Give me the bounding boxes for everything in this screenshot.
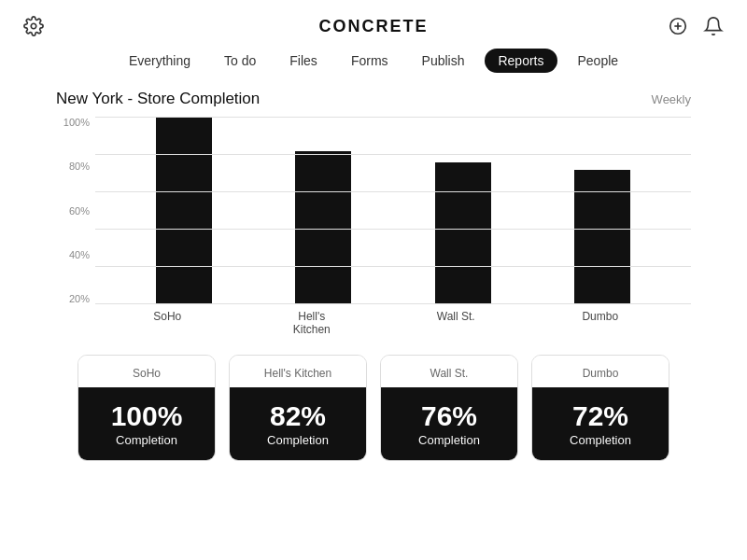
header-left: [22, 15, 45, 37]
app-title: CONCRETE: [318, 17, 428, 36]
nav-item-forms[interactable]: Forms: [338, 49, 402, 73]
grid-line: [95, 117, 691, 118]
cards-row: SoHo100%CompletionHell's Kitchen82%Compl…: [56, 355, 691, 461]
card-label: Completion: [86, 433, 207, 447]
notification-icon[interactable]: [702, 15, 725, 37]
y-axis-label: 80%: [56, 161, 90, 172]
card-stats: 76%Completion: [381, 387, 517, 460]
card-percentage: 76%: [388, 400, 510, 431]
x-axis-label: SoHo: [139, 310, 195, 336]
card-location: Hell's Kitchen: [230, 356, 366, 387]
card-stats: 82%Completion: [230, 387, 366, 460]
chart-header: New York - Store Completion Weekly: [56, 90, 691, 108]
chart-title: New York - Store Completion: [56, 90, 260, 108]
card-label: Completion: [540, 433, 661, 447]
completion-card: Wall St.76%Completion: [380, 355, 518, 461]
grid-lines: [95, 118, 691, 304]
card-location: Dumbo: [532, 356, 669, 387]
svg-point-0: [31, 23, 36, 29]
y-axis-label: 100%: [56, 118, 90, 128]
nav-item-publish[interactable]: Publish: [409, 49, 478, 73]
card-percentage: 82%: [237, 400, 359, 431]
chart-area: 20%40%60%80%100%: [56, 118, 691, 304]
main-content: New York - Store Completion Weekly 20%40…: [0, 80, 747, 461]
completion-card: SoHo100%Completion: [78, 355, 216, 461]
x-axis-label: Wall St.: [428, 310, 484, 336]
card-label: Completion: [237, 433, 359, 447]
completion-card: Dumbo72%Completion: [531, 355, 669, 461]
y-axis-label: 60%: [56, 206, 90, 217]
grid-line: [95, 229, 691, 230]
grid-line: [95, 266, 691, 267]
grid-line: [95, 154, 691, 155]
y-axis-label: 20%: [56, 294, 90, 304]
nav-item-to-do[interactable]: To do: [211, 49, 269, 73]
nav-item-everything[interactable]: Everything: [116, 49, 204, 73]
add-icon[interactable]: [667, 15, 689, 37]
card-percentage: 100%: [86, 400, 207, 431]
header: CONCRETE: [0, 0, 747, 37]
card-stats: 72%Completion: [532, 387, 669, 460]
x-axis-label: Dumbo: [572, 310, 628, 336]
card-percentage: 72%: [540, 400, 661, 431]
completion-card: Hell's Kitchen82%Completion: [229, 355, 367, 461]
bar-chart: 20%40%60%80%100% SoHoHell's KitchenWall …: [56, 118, 691, 332]
grid-line: [95, 303, 691, 304]
card-location: Wall St.: [381, 356, 517, 387]
y-axis-label: 40%: [56, 250, 90, 260]
x-axis-labels: SoHoHell's KitchenWall St.Dumbo: [56, 304, 691, 336]
nav-item-files[interactable]: Files: [276, 49, 331, 73]
nav-item-reports[interactable]: Reports: [485, 49, 557, 73]
gear-icon[interactable]: [22, 15, 45, 37]
chart-period: Weekly: [652, 92, 691, 106]
card-stats: 100%Completion: [78, 387, 215, 460]
header-right: [667, 15, 725, 37]
card-label: Completion: [388, 433, 510, 447]
grid-line: [95, 191, 691, 192]
nav-item-people[interactable]: People: [565, 49, 632, 73]
y-axis: 20%40%60%80%100%: [56, 118, 90, 304]
card-location: SoHo: [78, 356, 215, 387]
x-axis-label: Hell's Kitchen: [284, 310, 340, 336]
main-nav: EverythingTo doFilesFormsPublishReportsP…: [0, 37, 747, 80]
